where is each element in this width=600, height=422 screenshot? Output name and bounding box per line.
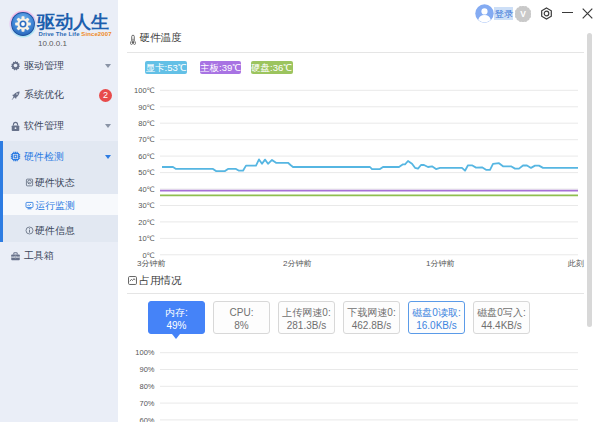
svg-text:80℃: 80℃ — [138, 119, 155, 128]
svg-text:此刻: 此刻 — [567, 259, 584, 268]
svg-text:10℃: 10℃ — [138, 234, 155, 243]
svg-text:V: V — [520, 9, 526, 19]
svg-text:90℃: 90℃ — [138, 103, 155, 112]
svg-text:3分钟前: 3分钟前 — [137, 259, 165, 268]
svg-text:100%: 100% — [135, 348, 155, 357]
svg-text:70℃: 70℃ — [138, 135, 155, 144]
svg-text:60℃: 60℃ — [138, 152, 155, 161]
svg-text:80%: 80% — [139, 382, 154, 391]
svg-text:60%: 60% — [139, 416, 154, 422]
svg-text:70%: 70% — [139, 399, 154, 408]
svg-text:2分钟前: 2分钟前 — [283, 259, 311, 268]
svg-text:100℃: 100℃ — [134, 86, 155, 95]
svg-text:90%: 90% — [139, 365, 154, 374]
svg-text:20℃: 20℃ — [138, 218, 155, 227]
svg-text:50℃: 50℃ — [138, 168, 155, 177]
svg-text:1分钟前: 1分钟前 — [426, 259, 454, 268]
svg-text:40℃: 40℃ — [138, 185, 155, 194]
svg-text:30℃: 30℃ — [138, 201, 155, 210]
